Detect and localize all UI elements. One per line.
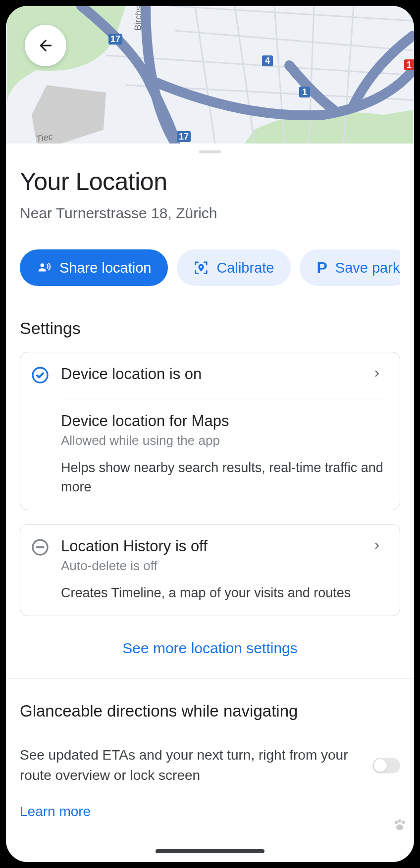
device-location-maps-desc: Helps show nearby search results, real-t… — [61, 458, 387, 497]
drag-handle[interactable] — [199, 150, 221, 153]
share-location-icon — [37, 260, 52, 275]
settings-header: Settings — [20, 319, 400, 338]
device-location-title: Device location is on — [61, 365, 367, 383]
glanceable-desc: See updated ETAs and your next turn, rig… — [20, 745, 363, 785]
see-more-link[interactable]: See more location settings — [20, 640, 400, 657]
map-preview[interactable]: 17 4 1 17 1 Birchstra Tiec — [6, 6, 414, 144]
device-location-maps-row[interactable]: Device location for Maps Allowed while u… — [20, 399, 400, 510]
back-button[interactable] — [25, 25, 66, 66]
device-location-card: Device location is on Device location fo… — [20, 352, 400, 510]
bottom-sheet: Your Location Near Turnerstrasse 18, Zür… — [6, 144, 414, 862]
road-shield: 1 — [302, 87, 307, 97]
save-parking-button[interactable]: P Save parkin — [300, 249, 400, 286]
road-shield: 1 — [407, 60, 412, 70]
location-history-desc: Creates Timeline, a map of your visits a… — [61, 583, 367, 603]
calibrate-button[interactable]: Calibrate — [177, 249, 291, 286]
road-shield: 17 — [179, 132, 189, 142]
checkmark-circle-icon — [31, 366, 49, 384]
road-shield: 17 — [110, 34, 120, 44]
calibrate-label: Calibrate — [216, 260, 274, 276]
location-subtitle: Near Turnerstrasse 18, Zürich — [20, 205, 400, 222]
learn-more-link[interactable]: Learn more — [20, 804, 400, 820]
location-history-card[interactable]: Location History is off Auto-delete is o… — [20, 524, 400, 616]
svg-point-6 — [41, 263, 45, 267]
svg-point-14 — [396, 824, 403, 830]
paw-icon — [391, 816, 408, 836]
arrow-back-icon — [37, 37, 54, 54]
svg-point-7 — [200, 266, 202, 268]
calibrate-icon — [194, 260, 209, 275]
remove-circle-icon — [31, 538, 49, 556]
svg-point-11 — [395, 820, 398, 824]
road-shield: 4 — [265, 56, 270, 66]
svg-point-12 — [398, 820, 402, 823]
device-location-maps-sub: Allowed while using the app — [61, 433, 387, 448]
svg-point-13 — [402, 820, 405, 824]
device-location-maps-title: Device location for Maps — [61, 412, 387, 430]
save-parking-label: Save parkin — [335, 260, 400, 276]
chevron-right-icon — [370, 367, 383, 380]
gesture-bar[interactable] — [156, 849, 264, 853]
parking-icon: P — [316, 259, 327, 277]
action-chips: Share location — [20, 249, 400, 286]
glanceable-title: Glanceable directions while navigating — [20, 702, 400, 721]
share-location-label: Share location — [59, 260, 151, 276]
location-history-sub: Auto-delete is off — [61, 558, 367, 574]
chevron-right-icon — [370, 539, 383, 552]
glanceable-toggle[interactable] — [372, 758, 400, 773]
page-title: Your Location — [20, 167, 400, 196]
device-location-row[interactable]: Device location is on — [20, 352, 400, 399]
location-history-title: Location History is off — [61, 537, 367, 555]
share-location-button[interactable]: Share location — [20, 249, 168, 286]
street-label: Birchstra — [133, 6, 144, 31]
